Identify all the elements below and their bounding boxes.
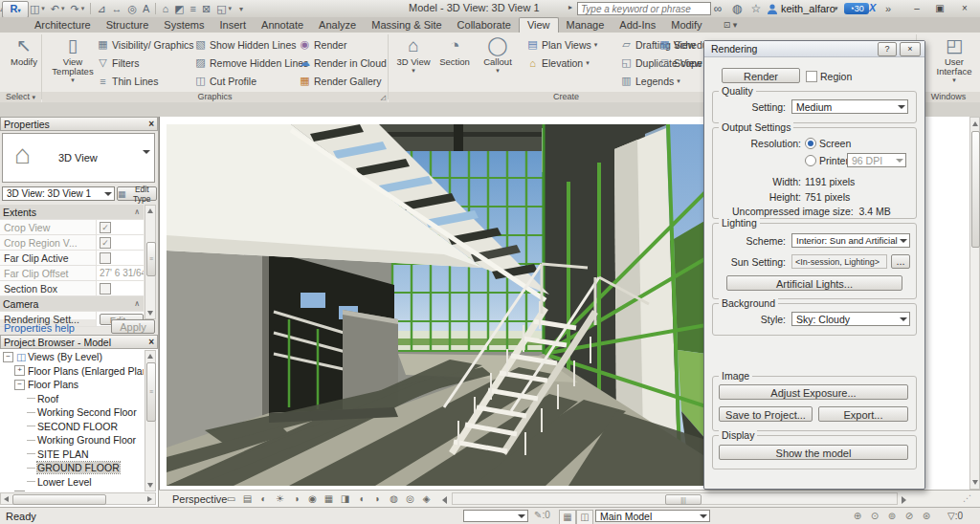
property-row[interactable]: Crop View✓ — [0, 220, 144, 235]
worksharing-display-icon[interactable]: ◎ — [403, 492, 417, 506]
save-to-project-button[interactable]: Save to Project... — [719, 406, 813, 422]
subscription-center-icon[interactable]: ◍ — [729, 1, 745, 16]
show-rendering-dialog-icon[interactable]: ◉ — [305, 492, 320, 506]
select-by-face-icon[interactable]: ⊚ — [884, 510, 900, 523]
hscroll-left-arrow[interactable] — [442, 496, 447, 504]
aligned-dimension-icon[interactable]: ↔ — [111, 0, 122, 17]
tab-view[interactable]: View — [519, 17, 559, 33]
sun-path-icon[interactable]: ☀ — [273, 492, 287, 506]
tab-annotate[interactable]: Annotate — [254, 17, 311, 33]
tab-analyze[interactable]: Analyze — [311, 17, 364, 33]
select-links-icon[interactable]: ⊕ — [850, 510, 865, 523]
expand-icon[interactable]: + — [14, 491, 25, 491]
tab-structure[interactable]: Structure — [99, 17, 157, 33]
properties-vscrollbar[interactable]: ≡ — [145, 205, 156, 319]
select-pinned-icon[interactable]: ⊙ — [867, 510, 882, 523]
show-crop-region-icon[interactable]: ◨ — [338, 492, 352, 506]
exchange-apps-icon[interactable]: X — [869, 2, 876, 13]
switch-windows-icon[interactable]: ◱ — [216, 0, 226, 17]
lighting-scheme-combo[interactable]: Interior: Sun and Artificial — [791, 233, 910, 248]
scroll-down-arrow[interactable] — [972, 480, 978, 485]
select-panel-label[interactable]: Select ▾ — [0, 92, 41, 102]
scroll-up-arrow[interactable] — [972, 121, 978, 126]
detail-level-icon[interactable]: ▤ — [240, 492, 255, 506]
properties-close-icon[interactable]: × — [148, 119, 154, 129]
thin-lines-icon[interactable]: ≡ — [190, 0, 196, 17]
tree-item-floor-plans[interactable]: −Floor Plans — [0, 378, 144, 392]
tab-addins[interactable]: Add-Ins — [612, 17, 663, 33]
tab-architecture[interactable]: Architecture — [27, 17, 99, 33]
session-timer-badge[interactable]: ◔30 — [844, 3, 869, 14]
ribbon-display-toggle[interactable]: ⊡ ▾ — [724, 17, 738, 33]
dialog-close-button[interactable]: × — [900, 42, 921, 56]
view-scale-icon[interactable]: ▭ — [224, 492, 238, 506]
view-templates-button[interactable]: ▯ View Templates▾ — [50, 34, 96, 83]
redo-dropdown[interactable]: ▾ — [81, 5, 85, 12]
search-input[interactable] — [577, 2, 711, 15]
username[interactable]: keith_alfaro — [781, 3, 835, 14]
workset-status-icon[interactable]: ▦ — [559, 510, 576, 524]
tag-by-category-icon[interactable]: ◎ — [127, 0, 137, 17]
collapse-icon[interactable]: − — [3, 352, 13, 362]
property-group-camera[interactable]: Camera∧ — [0, 296, 144, 312]
close-button[interactable]: × — [955, 2, 974, 15]
section-button[interactable]: ◔ Section — [434, 34, 475, 67]
crop-region-visible-checkbox[interactable]: ✓ — [100, 237, 111, 249]
editable-only-icon[interactable]: ✎:0 — [534, 510, 550, 520]
sync-with-central-icon[interactable]: ◫ — [30, 0, 39, 17]
screen-radio[interactable] — [805, 138, 816, 149]
crop-view-checkbox[interactable]: ✓ — [100, 222, 111, 233]
undo-icon[interactable]: ↶ — [51, 0, 59, 17]
artificial-lights-button[interactable]: Artificial Lights... — [726, 275, 902, 291]
quality-setting-combo[interactable]: Medium — [791, 99, 908, 114]
tab-collaborate[interactable]: Collaborate — [450, 17, 519, 33]
section-icon[interactable]: ◩ — [174, 0, 184, 17]
collapse-icon[interactable]: − — [14, 380, 25, 390]
legends-button[interactable]: ▥Legends▾ — [620, 72, 680, 90]
render-gallery-button[interactable]: ▦Render Gallery — [299, 72, 382, 90]
resize-grip[interactable]: ⋰ — [963, 493, 971, 503]
redo-icon[interactable]: ↷ — [71, 0, 79, 17]
plan-views-button[interactable]: ▤Plan Views▾ — [526, 35, 597, 54]
undo-dropdown[interactable]: ▾ — [61, 5, 65, 12]
default-3d-view-icon[interactable]: ⌂ — [162, 0, 168, 17]
windows-panel-label[interactable]: Windows — [917, 92, 980, 102]
canvas-vscrollbar[interactable] — [969, 117, 980, 490]
restore-button[interactable]: ▣ — [930, 2, 949, 15]
properties-header[interactable]: Properties× — [0, 117, 158, 131]
shadows-icon[interactable]: ◑ — [289, 492, 303, 506]
far-clip-active-checkbox[interactable] — [100, 252, 111, 264]
property-row[interactable]: Section Box — [0, 281, 144, 296]
dialog-help-button[interactable]: ? — [878, 42, 897, 56]
instance-selector-combo[interactable]: 3D View: 3D View 1 — [2, 186, 115, 201]
tab-systems[interactable]: Systems — [156, 17, 212, 33]
modify-button[interactable]: ↖ Modify — [8, 34, 40, 67]
callout-button[interactable]: ◯ Callout▾ — [477, 34, 519, 74]
tree-item-site-plan[interactable]: SITE PLAN — [0, 448, 144, 462]
crop-view-icon[interactable]: ▦ — [322, 492, 336, 506]
drag-on-selection-icon[interactable]: ⊘ — [902, 510, 917, 523]
render-action-button[interactable]: Render — [722, 68, 800, 83]
temporary-view-properties-icon[interactable]: ◍ — [387, 492, 401, 506]
show-hidden-lines-button[interactable]: ▧Show Hidden Lines — [194, 35, 296, 54]
region-checkbox[interactable] — [806, 71, 817, 82]
project-browser-header[interactable]: Project Browser - Model× — [0, 335, 158, 349]
sun-setting-browse-button[interactable]: ... — [891, 254, 910, 269]
elevation-button[interactable]: ⌂Elevation▾ — [526, 54, 590, 72]
tree-item-floor-plans-presentation[interactable]: +Floor Plans (Presentation) — [0, 489, 144, 491]
tree-item-ground-floor[interactable]: GROUND FLOOR — [0, 461, 144, 475]
apply-button[interactable]: Apply — [111, 319, 155, 334]
expand-icon[interactable]: + — [14, 365, 25, 376]
tree-item-working-second-floor[interactable]: Working Second Floor — [0, 405, 144, 420]
close-hidden-windows-icon[interactable]: ⊠ — [202, 0, 211, 17]
tree-item-working-ground-floor[interactable]: Working Ground Floor — [0, 433, 144, 448]
toolbar-overflow-icon[interactable]: » — [885, 3, 891, 14]
properties-help-link[interactable]: Properties help — [4, 322, 75, 334]
tree-item-lower-level[interactable]: Lower Level — [0, 475, 144, 490]
rendered-3d-view[interactable] — [167, 124, 706, 486]
measure-icon[interactable]: ⊿ — [97, 0, 105, 17]
background-style-combo[interactable]: Sky: Cloudy — [791, 312, 910, 326]
dpi-combo[interactable]: 96 DPI — [847, 153, 906, 167]
printer-radio[interactable] — [805, 155, 816, 166]
reset-icon[interactable]: ⊛ — [919, 510, 934, 523]
